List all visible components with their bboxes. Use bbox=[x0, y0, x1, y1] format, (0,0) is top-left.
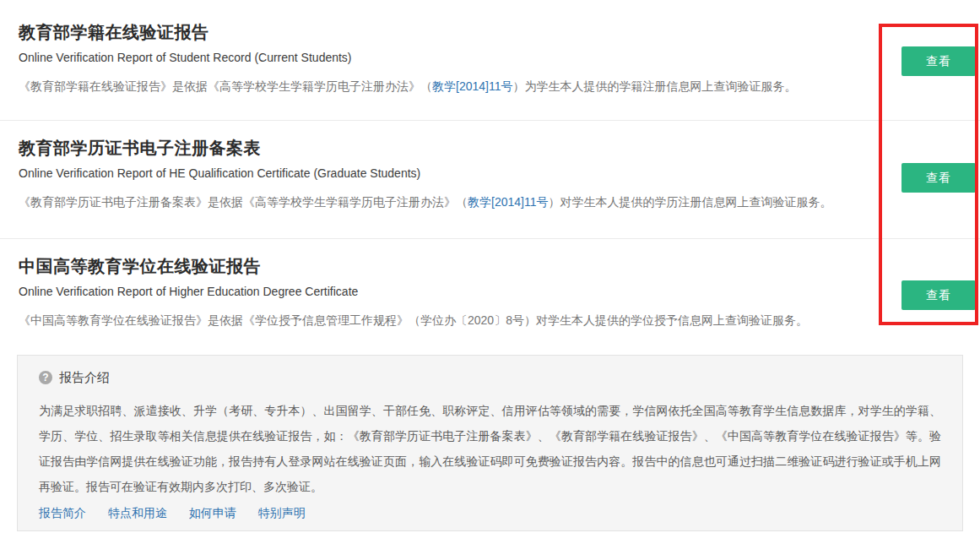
report-subtitle-en: Online Verification Report of HE Qualifi… bbox=[19, 166, 980, 181]
desc-text: ）对学生本人提供的学历注册信息网上查询验证服务。 bbox=[548, 195, 831, 209]
report-description: 《教育部学历证书电子注册备案表》是依据《高等学校学生学籍学历电子注册办法》（教学… bbox=[19, 194, 980, 210]
desc-text: ）为学生本人提供的学籍注册信息网上查询验证服务。 bbox=[512, 79, 796, 93]
link-features-uses[interactable]: 特点和用途 bbox=[108, 506, 167, 519]
question-circle-icon: ? bbox=[39, 371, 52, 384]
report-subtitle-en: Online Verification Report of Student Re… bbox=[19, 50, 980, 65]
report-description: 《教育部学籍在线验证报告》是依据《高等学校学生学籍学历电子注册办法》（教学[20… bbox=[19, 79, 980, 95]
info-box-paragraph: 为满足求职招聘、派遣接收、升学（考研、专升本）、出国留学、干部任免、职称评定、信… bbox=[39, 398, 941, 499]
view-button[interactable]: 查看 bbox=[901, 280, 976, 310]
desc-text: 《教育部学籍在线验证报告》是依据《高等学校学生学籍学历电子注册办法》（ bbox=[19, 79, 432, 93]
report-intro-box: ? 报告介绍 为满足求职招聘、派遣接收、升学（考研、专升本）、出国留学、干部任免… bbox=[17, 355, 963, 531]
report-subtitle-en: Online Verification Report of Higher Edu… bbox=[19, 284, 980, 299]
report-section-degree-certificate: 中国高等教育学位在线验证报告 Online Verification Repor… bbox=[0, 239, 980, 355]
verification-reports-page: 教育部学籍在线验证报告 Online Verification Report o… bbox=[0, 0, 980, 533]
link-how-to-apply[interactable]: 如何申请 bbox=[189, 506, 236, 519]
regulation-link[interactable]: 教学[2014]11号 bbox=[432, 79, 512, 93]
view-button[interactable]: 查看 bbox=[901, 163, 976, 193]
link-report-intro[interactable]: 报告简介 bbox=[39, 506, 86, 519]
report-title: 中国高等教育学位在线验证报告 bbox=[19, 256, 980, 276]
info-box-links: 报告简介 特点和用途 如何申请 特别声明 bbox=[39, 506, 941, 521]
report-description: 《中国高等教育学位在线验证报告》是依据《学位授予信息管理工作规程》（学位办〔20… bbox=[19, 313, 980, 329]
report-section-student-record: 教育部学籍在线验证报告 Online Verification Report o… bbox=[0, 0, 980, 121]
desc-text: 《中国高等教育学位在线验证报告》是依据《学位授予信息管理工作规程》（学位办〔20… bbox=[19, 313, 808, 327]
link-special-statement[interactable]: 特别声明 bbox=[258, 506, 306, 519]
report-section-qualification-certificate: 教育部学历证书电子注册备案表 Online Verification Repor… bbox=[0, 121, 980, 239]
report-title: 教育部学历证书电子注册备案表 bbox=[19, 138, 980, 158]
info-box-title: 报告介绍 bbox=[59, 370, 110, 386]
regulation-link[interactable]: 教学[2014]11号 bbox=[468, 195, 548, 209]
report-title: 教育部学籍在线验证报告 bbox=[19, 22, 980, 42]
desc-text: 《教育部学历证书电子注册备案表》是依据《高等学校学生学籍学历电子注册办法》（ bbox=[19, 195, 468, 209]
info-box-header: ? 报告介绍 bbox=[39, 369, 941, 386]
view-button[interactable]: 查看 bbox=[901, 46, 976, 76]
